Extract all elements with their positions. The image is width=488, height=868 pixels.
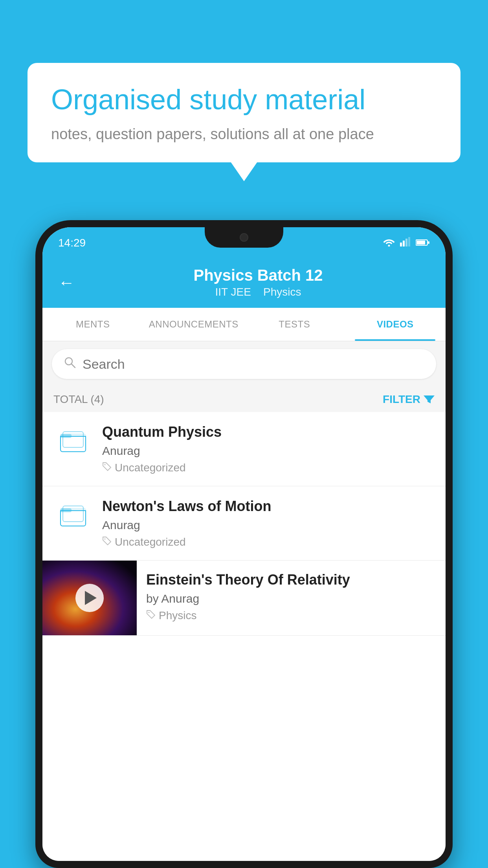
status-bar: 14:29 — [42, 227, 446, 259]
tab-videos[interactable]: VIDEOS — [345, 308, 446, 341]
svg-rect-11 — [61, 434, 72, 438]
filter-row: TOTAL (4) FILTER — [42, 387, 446, 412]
wifi-icon — [383, 237, 395, 249]
subtitle-iit: IIT JEE — [215, 286, 251, 298]
status-icons — [383, 237, 430, 249]
video-list: Quantum Physics Anurag Uncategorized — [42, 412, 446, 861]
tabs-container: MENTS ANNOUNCEMENTS TESTS VIDEOS — [42, 308, 446, 341]
tab-ments[interactable]: MENTS — [42, 308, 143, 341]
battery-icon — [416, 237, 430, 249]
video-title: Newton's Laws of Motion — [102, 498, 435, 515]
tag-label: Physics — [159, 609, 196, 622]
svg-rect-7 — [428, 241, 429, 244]
svg-rect-15 — [61, 508, 72, 512]
camera-dot — [240, 233, 248, 242]
speech-bubble: Organised study material notes, question… — [28, 63, 460, 162]
back-button[interactable]: ← — [58, 273, 75, 292]
svg-point-0 — [388, 245, 390, 246]
tag-icon — [102, 462, 112, 474]
svg-rect-4 — [408, 237, 410, 246]
svg-rect-1 — [400, 243, 402, 246]
speech-bubble-subtext: notes, question papers, solutions all at… — [51, 126, 437, 143]
tab-tests[interactable]: TESTS — [244, 308, 345, 341]
svg-point-18 — [149, 612, 150, 613]
video-author: by Anurag — [146, 592, 436, 605]
video-info: Quantum Physics Anurag Uncategorized — [102, 424, 435, 474]
filter-button[interactable]: FILTER — [383, 393, 435, 406]
tag-label: Uncategorized — [115, 536, 186, 548]
search-input-wrapper — [52, 349, 436, 379]
video-folder-icon-container — [53, 498, 93, 528]
filter-icon — [424, 394, 435, 405]
svg-rect-3 — [405, 239, 407, 246]
header-title-group: Physics Batch 12 IIT JEE Physics — [86, 267, 430, 298]
phone-frame: 14:29 — [35, 220, 453, 868]
svg-rect-2 — [403, 241, 405, 246]
video-author: Anurag — [102, 519, 435, 532]
speech-bubble-heading: Organised study material — [51, 83, 437, 116]
video-thumbnail — [42, 561, 137, 635]
video-folder-icon-container — [53, 424, 93, 454]
folder-icon — [59, 500, 87, 528]
video-tag: Physics — [146, 609, 436, 622]
app-header: ← Physics Batch 12 IIT JEE Physics — [42, 259, 446, 308]
total-count: TOTAL (4) — [53, 393, 104, 406]
list-item[interactable]: Newton's Laws of Motion Anurag Uncategor… — [42, 486, 446, 561]
video-tag: Uncategorized — [102, 536, 435, 548]
play-triangle-icon — [85, 591, 97, 605]
video-tag: Uncategorized — [102, 462, 435, 474]
batch-subtitle: IIT JEE Physics — [86, 286, 430, 298]
tag-icon — [146, 610, 156, 622]
tab-announcements[interactable]: ANNOUNCEMENTS — [143, 308, 244, 341]
folder-icon — [59, 425, 87, 454]
phone-screen: 14:29 — [42, 227, 446, 861]
svg-point-13 — [105, 464, 106, 465]
svg-rect-6 — [416, 241, 425, 245]
svg-line-9 — [72, 364, 75, 368]
tag-icon — [102, 536, 112, 548]
video-info: Newton's Laws of Motion Anurag Uncategor… — [102, 498, 435, 548]
search-input[interactable] — [83, 357, 424, 372]
list-item[interactable]: Einstein's Theory Of Relativity by Anura… — [42, 561, 446, 636]
search-icon — [64, 356, 76, 372]
notch — [205, 227, 283, 248]
speech-bubble-container: Organised study material notes, question… — [28, 63, 460, 162]
tag-label: Uncategorized — [115, 462, 186, 474]
list-item[interactable]: Quantum Physics Anurag Uncategorized — [42, 412, 446, 486]
video-author: Anurag — [102, 444, 435, 458]
batch-title: Physics Batch 12 — [86, 267, 430, 284]
signal-icon — [400, 237, 411, 249]
video-info: Einstein's Theory Of Relativity by Anura… — [137, 561, 446, 633]
filter-label: FILTER — [383, 393, 420, 406]
video-title: Einstein's Theory Of Relativity — [146, 572, 436, 588]
play-button[interactable] — [75, 584, 104, 612]
search-container — [42, 341, 446, 387]
svg-point-17 — [105, 539, 106, 540]
subtitle-physics: Physics — [263, 286, 301, 298]
status-time: 14:29 — [58, 237, 86, 249]
video-title: Quantum Physics — [102, 424, 435, 440]
